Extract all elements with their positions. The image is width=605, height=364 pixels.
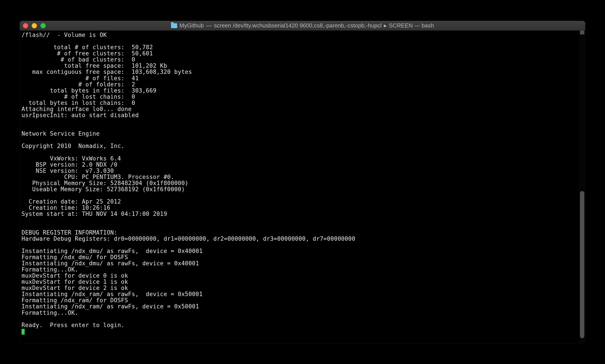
title-sep1: —: [206, 22, 212, 29]
terminal-output[interactable]: /flash// - Volume is OK total # of clust…: [20, 31, 579, 343]
scrollbar[interactable]: [579, 31, 585, 343]
minimize-icon[interactable]: [32, 23, 37, 28]
title-right: SCREEN — bash: [389, 22, 434, 29]
terminal-window: MyGithub — screen /dev/tty.wchusbserial1…: [20, 21, 585, 343]
title-process: screen /dev/tty.wchusbserial1420 9600,cs…: [214, 22, 382, 29]
title-folder: MyGithub: [179, 22, 204, 29]
close-icon[interactable]: [23, 23, 28, 28]
window-title: MyGithub — screen /dev/tty.wchusbserial1…: [171, 22, 434, 29]
window-controls: [23, 23, 46, 28]
titlebar[interactable]: MyGithub — screen /dev/tty.wchusbserial1…: [20, 21, 585, 31]
title-arrow: ▸: [384, 22, 387, 29]
folder-icon: [171, 23, 177, 28]
scrollbar-cap: [580, 31, 584, 35]
maximize-icon[interactable]: [40, 23, 46, 28]
cursor: [22, 329, 25, 335]
terminal-body[interactable]: /flash// - Volume is OK total # of clust…: [20, 31, 585, 343]
scrollbar-thumb[interactable]: [580, 191, 584, 338]
